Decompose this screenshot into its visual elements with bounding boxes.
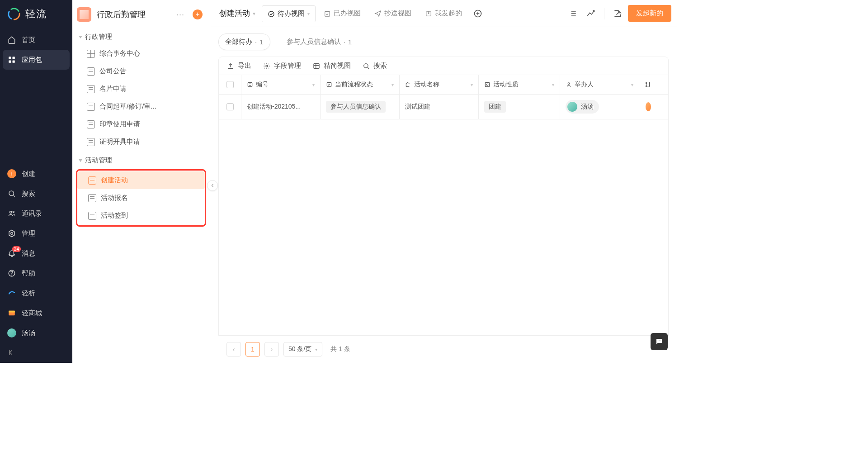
messages-badge: 24 [12, 246, 21, 252]
header-checkbox[interactable] [219, 75, 241, 94]
column-extra[interactable] [639, 75, 657, 94]
nav-store-label: 轻商城 [22, 309, 42, 318]
analysis-icon [7, 289, 16, 298]
nav-search[interactable]: 搜索 [0, 184, 72, 204]
nav-search-label: 搜索 [22, 190, 35, 198]
app-icon [77, 7, 91, 22]
view-tab-cc[interactable]: 抄送视图 [369, 5, 417, 21]
tree-item-checkin[interactable]: 活动签到 [77, 207, 205, 224]
nav-contacts-label: 通讯录 [22, 209, 42, 218]
column-organizer[interactable]: 举办人▾ [560, 75, 639, 94]
tree-item-seal[interactable]: 印章使用申请 [76, 115, 206, 133]
svg-rect-17 [325, 11, 330, 16]
tree-item-announce[interactable]: 公司公告 [76, 62, 206, 80]
view-tab-mine[interactable]: 我发起的 [420, 5, 467, 21]
collapse-sidebar-button[interactable] [0, 343, 72, 363]
add-view-button[interactable] [470, 6, 486, 21]
svg-rect-15 [9, 311, 15, 313]
doc-icon [87, 85, 95, 93]
svg-point-16 [269, 11, 274, 17]
store-icon [7, 309, 16, 318]
nav-store[interactable]: 轻商城 [0, 303, 72, 323]
bell-icon: 24 [7, 249, 16, 258]
page-number-button[interactable]: 1 [245, 342, 260, 356]
nav-contacts[interactable]: 通讯录 [0, 204, 72, 223]
filter-tab-confirm[interactable]: 参与人员信息确认 · 1 [280, 34, 359, 50]
nav-home[interactable]: 首页 [0, 30, 72, 50]
column-status[interactable]: 当前流程状态▾ [321, 75, 400, 94]
list-view-button[interactable] [565, 6, 580, 21]
doc-icon [88, 194, 96, 202]
nav-tree: 行政管理 综合事务中心 公司公告 名片申请 合同起草/修订/审... 印章使用申… [72, 29, 210, 228]
tree-group-admin[interactable]: 行政管理 [76, 29, 206, 45]
brand-text: 轻流 [25, 7, 47, 21]
import-button[interactable] [610, 6, 625, 21]
contacts-icon [7, 209, 16, 218]
row-checkbox[interactable] [226, 103, 234, 110]
chat-fab[interactable] [651, 333, 668, 350]
tree-item-create-activity[interactable]: 创建活动 [77, 171, 205, 189]
nav-analysis[interactable]: 轻析 [0, 283, 72, 303]
svg-point-11 [11, 233, 13, 235]
cell-name: 测试团建 [400, 95, 479, 119]
svg-point-29 [649, 82, 650, 83]
cell-type: 团建 [479, 95, 560, 119]
svg-point-27 [568, 83, 570, 85]
view-tab-done[interactable]: 已办视图 [318, 5, 366, 21]
app-more-button[interactable]: ··· [174, 10, 187, 19]
collapse-secondary-button[interactable] [207, 180, 218, 191]
view-tab-todo[interactable]: 待办视图 ▾ [262, 5, 316, 22]
check-circle-icon [268, 10, 275, 18]
help-icon [7, 269, 16, 278]
nav-manage[interactable]: 管理 [0, 223, 72, 243]
nav-messages[interactable]: 24 消息 [0, 243, 72, 263]
doc-icon [87, 138, 95, 146]
tree-group-label: 行政管理 [85, 33, 112, 41]
tree-item-contract[interactable]: 合同起草/修订/审... [76, 98, 206, 115]
fields-button[interactable]: 字段管理 [263, 62, 301, 70]
page-next-button[interactable]: › [264, 342, 279, 356]
doc-icon [87, 67, 95, 76]
tree-item-affairs[interactable]: 综合事务中心 [76, 45, 206, 62]
brand[interactable]: 轻流 [0, 0, 72, 30]
svg-point-32 [658, 341, 659, 342]
compact-view-button[interactable]: 精简视图 [313, 62, 351, 70]
chevron-down-icon [79, 159, 82, 162]
primary-nav: 轻流 首页 应用包 + 创建 搜索 通讯录 管理 [0, 0, 72, 363]
svg-point-9 [13, 211, 14, 213]
nav-help-label: 帮助 [22, 269, 35, 278]
svg-rect-5 [9, 61, 11, 63]
nav-user[interactable]: 汤汤 [0, 323, 72, 343]
nav-help[interactable]: 帮助 [0, 263, 72, 283]
module-dropdown[interactable]: 创建活动 ▾ [216, 5, 259, 21]
nav-apps[interactable]: 应用包 [3, 50, 70, 70]
search-button[interactable]: 搜索 [363, 62, 387, 70]
svg-point-8 [10, 211, 12, 214]
column-id[interactable]: 编号▾ [241, 75, 321, 94]
column-type[interactable]: 活动性质▾ [479, 75, 560, 94]
app-add-button[interactable]: + [193, 10, 203, 19]
table-row[interactable]: 创建活动-202105... 参与人员信息确认 测试团建 团建 汤汤 [219, 95, 668, 119]
doc-icon [87, 103, 95, 111]
tree-group-activity[interactable]: 活动管理 [76, 152, 206, 168]
grid-icon [87, 50, 95, 58]
page-size-select[interactable]: 50 条/页▾ [283, 342, 322, 356]
tree-group-label: 活动管理 [85, 156, 112, 165]
nav-create[interactable]: + 创建 [0, 164, 72, 184]
cell-status: 参与人员信息确认 [321, 95, 400, 119]
doc-icon [88, 212, 96, 220]
tree-item-signup[interactable]: 活动报名 [77, 189, 205, 207]
table-toolbar: 导出 字段管理 精简视图 搜索 [218, 57, 669, 75]
column-name[interactable]: 活动名称▾ [400, 75, 479, 94]
filter-tab-all[interactable]: 全部待办 · 1 [218, 33, 270, 50]
cell-extra [639, 95, 657, 119]
tree-item-cert[interactable]: 证明开具申请 [76, 133, 206, 151]
page-prev-button[interactable]: ‹ [226, 342, 241, 356]
svg-point-33 [659, 341, 660, 342]
svg-rect-3 [9, 57, 11, 59]
tree-item-card[interactable]: 名片申请 [76, 80, 206, 98]
avatar-icon [7, 328, 16, 337]
export-button[interactable]: 导出 [227, 62, 251, 70]
stats-button[interactable] [583, 6, 599, 21]
create-new-button[interactable]: 发起新的 [628, 5, 671, 22]
